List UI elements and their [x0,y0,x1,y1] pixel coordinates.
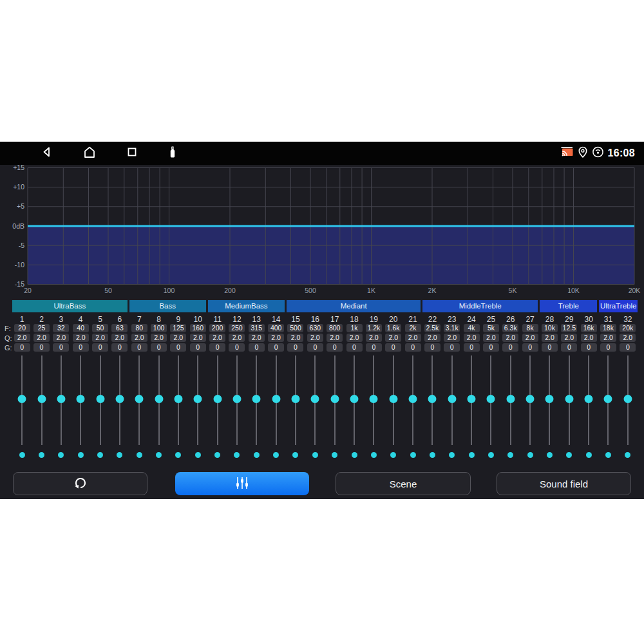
band-q-chip: 2.0 [522,334,538,342]
slider-thumb[interactable] [468,395,476,403]
eq-band-slider[interactable] [560,355,579,446]
eq-band-slider[interactable] [540,355,559,446]
slider-thumb[interactable] [448,395,456,403]
svg-text:50: 50 [104,287,112,294]
slider-thumb[interactable] [428,395,437,403]
eq-band-slider[interactable] [305,355,325,446]
eq-band-slider[interactable] [501,355,520,446]
slider-thumb[interactable] [96,395,104,403]
eq-band-slider[interactable] [110,355,129,446]
back-button[interactable] [39,146,55,161]
slider-thumb[interactable] [330,395,339,403]
slider-thumb[interactable] [409,395,417,403]
eq-band-slider[interactable] [618,355,638,446]
band-frequency-chip: 100 [151,324,167,332]
slider-thumb[interactable] [585,395,593,403]
slider-thumb[interactable] [77,395,85,403]
home-button[interactable] [82,146,97,161]
eq-band-slider[interactable] [598,355,618,446]
band-indicator-dot [234,452,240,458]
slider-thumb[interactable] [37,395,46,403]
band-q-chip: 2.0 [151,334,167,342]
eq-band-slider[interactable] [422,355,442,446]
band-number: 6 [110,314,129,325]
slider-thumb[interactable] [370,395,378,403]
band-gain-chip: 0 [53,343,69,352]
slider-thumb[interactable] [252,395,261,403]
usb-device-icon [165,144,180,162]
sound-field-button[interactable]: Sound field [497,472,631,495]
equalizer-button[interactable] [175,472,309,495]
slider-thumb[interactable] [232,395,241,403]
equalizer-screen: 16:08 +15+10+50dB-5-10-1520501002005001K… [0,142,644,499]
eq-band-slider[interactable] [188,355,207,446]
scene-button[interactable]: Scene [336,472,471,495]
slider-thumb[interactable] [115,395,124,403]
eq-band-slider[interactable] [12,355,32,446]
band-number: 13 [247,314,266,325]
slider-thumb[interactable] [291,395,299,403]
slider-thumb[interactable] [506,395,515,403]
slider-thumb[interactable] [311,395,319,403]
band-number: 31 [598,314,618,325]
slider-thumb[interactable] [604,395,612,403]
svg-text:200: 200 [224,287,236,294]
svg-text:100: 100 [164,287,175,294]
usb-button[interactable] [165,146,180,161]
slider-thumb[interactable] [545,395,554,403]
band-q-chip: 2.0 [502,334,518,342]
eq-band-slider[interactable] [462,355,481,446]
eq-band-slider[interactable] [207,355,227,446]
band-frequency-chip: 63 [111,324,128,332]
band-sliders [12,355,638,446]
band-gain-chip: 0 [151,343,167,352]
eq-band-slider[interactable] [384,355,403,446]
slider-thumb[interactable] [57,395,65,403]
eq-band-slider[interactable] [71,355,90,446]
slider-thumb[interactable] [155,395,163,403]
slider-thumb[interactable] [213,395,222,403]
recents-button[interactable] [124,146,140,161]
eq-band-slider[interactable] [32,355,51,446]
eq-band-slider[interactable] [345,355,364,446]
eq-band-slider[interactable] [266,355,285,446]
slider-thumb[interactable] [194,395,202,403]
band-q-row: 2.02.02.02.02.02.02.02.02.02.02.02.02.02… [12,334,638,342]
eq-band-slider[interactable] [520,355,540,446]
slider-thumb[interactable] [526,395,535,403]
slider-thumb[interactable] [135,395,144,403]
svg-text:20: 20 [24,287,32,294]
eq-band-slider[interactable] [149,355,168,446]
eq-band-slider[interactable] [579,355,598,446]
band-indicator-dot [469,452,475,458]
band-gain-chip: 0 [14,343,30,352]
band-q-chip: 2.0 [327,334,343,342]
slider-thumb[interactable] [272,395,280,403]
slider-thumb[interactable] [174,395,182,403]
slider-thumb[interactable] [18,395,26,403]
band-indicator-dot [175,452,181,458]
slider-thumb[interactable] [350,395,359,403]
eq-band-slider[interactable] [129,355,149,446]
eq-band-slider[interactable] [364,355,383,446]
eq-band-slider[interactable] [247,355,266,446]
eq-band-slider[interactable] [52,355,71,446]
band-frequency-chip: 32 [53,324,69,332]
band-frequency-chip: 20k [620,324,636,332]
eq-band-slider[interactable] [286,355,305,446]
eq-band-slider[interactable] [227,355,247,446]
eq-band-slider[interactable] [169,355,188,446]
eq-band-slider[interactable] [325,355,345,446]
eq-band-slider[interactable] [481,355,500,446]
band-gain-chip: 0 [444,343,460,352]
slider-thumb[interactable] [389,395,397,403]
band-q-chip: 2.0 [33,334,50,342]
eq-band-slider[interactable] [90,355,109,446]
slider-thumb[interactable] [623,395,632,403]
slider-thumb[interactable] [487,395,495,403]
eq-band-slider[interactable] [403,355,422,446]
slider-thumb[interactable] [565,395,573,403]
band-q-chip: 2.0 [53,334,69,342]
eq-band-slider[interactable] [442,355,462,446]
reset-button[interactable] [13,472,147,495]
